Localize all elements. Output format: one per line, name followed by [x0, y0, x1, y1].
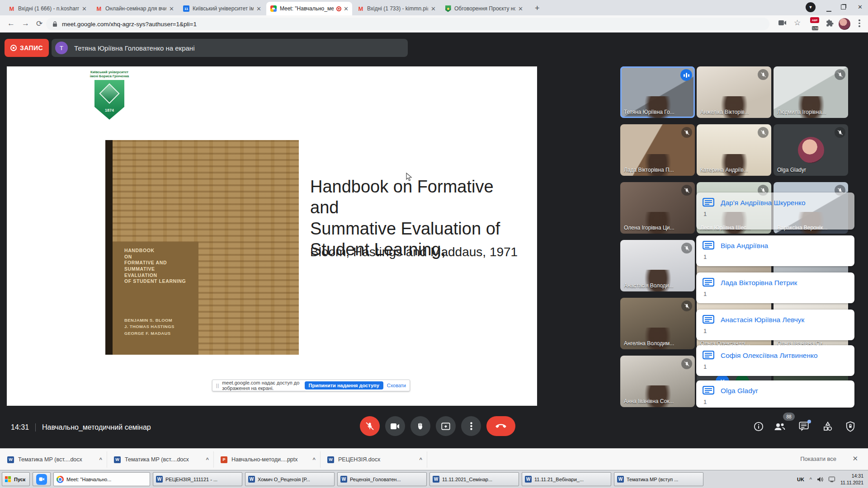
presenter-avatar: T: [55, 42, 68, 54]
taskbar-clock[interactable]: 14:31 11.11.2021: [840, 473, 863, 485]
taskbar-item-word[interactable]: W Рецензія_Головатен...: [337, 472, 427, 486]
presenting-banner: T Тетяна Юріївна Головатенко на екрані: [52, 39, 408, 57]
extensions-puzzle-icon[interactable]: [826, 19, 834, 27]
back-button[interactable]: ←: [7, 19, 15, 28]
chevron-down-icon[interactable]: ▼: [806, 2, 816, 12]
more-options-button[interactable]: [461, 416, 481, 436]
raise-hand-button[interactable]: [410, 416, 430, 436]
chat-notification[interactable]: Анастасія Юріївна Левчук 1: [696, 310, 854, 340]
hide-share-bar-link[interactable]: Сховати: [387, 383, 406, 388]
recording-indicator-icon: [336, 6, 341, 11]
word-icon: W: [248, 476, 255, 483]
hand-icon: [416, 422, 425, 430]
taskbar-item-word[interactable]: W Тематика МР (вступ ...: [614, 472, 703, 486]
taskbar-item-chrome-meet[interactable]: Meet: "Навчально...: [53, 472, 150, 486]
tab-close-icon[interactable]: ✕: [169, 6, 174, 12]
taskbar-item-word[interactable]: W 11.11.21_Вебінари_...: [522, 472, 611, 486]
end-call-button[interactable]: [486, 416, 515, 436]
chat-notification[interactable]: Лада Вікторівна Петрик 1: [696, 272, 854, 303]
word-icon: W: [340, 476, 347, 483]
shield-lock-icon: [845, 421, 855, 432]
display-icon[interactable]: [829, 477, 835, 482]
taskbar: Пуск Meet: "Навчально... W РЕЦЕНЗІЯ_1111…: [0, 470, 868, 488]
speaker-icon[interactable]: [817, 477, 823, 482]
participant-tile[interactable]: Тетяна Юріївна Го...: [620, 66, 695, 118]
show-all-downloads-link[interactable]: Показати все: [800, 455, 836, 462]
participant-tile[interactable]: Олена Ігорівна Ци...: [620, 182, 695, 234]
participant-tile[interactable]: Ангеліна Володим...: [620, 298, 695, 349]
tab-document[interactable]: Обговорення Проєкту нової редак ✕: [441, 2, 527, 15]
url-text: meet.google.com/xhq-agrz-sys?authuser=1&…: [62, 21, 197, 28]
language-indicator[interactable]: UK: [797, 477, 804, 482]
download-item[interactable]: W РЕЦЕНЗІЯ.docx ^: [322, 451, 427, 468]
download-item[interactable]: P Навчально-методи....pptx ^: [215, 451, 321, 468]
tab-gmail-2[interactable]: M Онлайн-семінар для вчителів іноз ✕: [92, 2, 178, 15]
forward-button[interactable]: →: [22, 19, 29, 28]
participant-tile[interactable]: Olga Gladyr: [774, 124, 848, 176]
participant-tile[interactable]: Катерина Андріїв...: [697, 124, 771, 176]
taskbar-item-word[interactable]: W Хомич О_Рецензія [Р...: [245, 472, 335, 486]
tab-close-icon[interactable]: ✕: [344, 6, 349, 12]
chat-notification[interactable]: Olga Gladyr 1: [696, 380, 854, 408]
download-item-menu-chevron[interactable]: ^: [420, 457, 422, 462]
presenting-banner-text: Тетяна Юріївна Головатенко на екрані: [74, 44, 194, 52]
mic-off-icon: [758, 127, 769, 138]
browser-menu-kebab-icon[interactable]: [859, 19, 860, 28]
activities-shapes-icon: [822, 421, 833, 432]
close-shelf-icon[interactable]: ✕: [852, 455, 858, 463]
mouse-cursor: [406, 173, 412, 182]
chat-notification[interactable]: Дар'я Андріївна Шкуренко 1: [696, 192, 854, 230]
address-bar[interactable]: meet.google.com/xhq-agrz-sys?authuser=1&…: [46, 18, 769, 30]
participant-tile[interactable]: Анастасія Володи...: [620, 240, 695, 291]
tab-close-icon[interactable]: ✕: [431, 6, 436, 12]
participant-tile[interactable]: Людмила Ігорівна...: [774, 66, 848, 118]
calendar-icon: 11: [183, 5, 190, 12]
mic-toggle-button[interactable]: [360, 416, 380, 436]
start-button[interactable]: Пуск: [2, 472, 30, 486]
tab-meet-active[interactable]: Meet: "Навчально_методични ✕: [266, 2, 352, 15]
download-item[interactable]: W Тематика МР (вст....docx ^: [108, 451, 214, 468]
download-item-menu-chevron[interactable]: ^: [99, 457, 102, 462]
tab-close-icon[interactable]: ✕: [256, 6, 261, 12]
taskbar-item-word[interactable]: W 11.11.2021_Семінар...: [429, 472, 519, 486]
taskbar-item-word[interactable]: W РЕЦЕНЗІЯ_111121 - ...: [153, 472, 242, 486]
download-item-menu-chevron[interactable]: ^: [206, 457, 209, 462]
download-item[interactable]: W Тематика МР (вст....docx ^: [2, 451, 107, 468]
system-tray: UK ^ 14:31 11.11.2021: [797, 470, 868, 488]
tray-expand-chevron[interactable]: ^: [810, 477, 812, 482]
participants-button[interactable]: [774, 421, 786, 432]
present-screen-button[interactable]: [436, 416, 456, 436]
camera-indicator-icon[interactable]: [778, 20, 787, 26]
share-message: meet.google.com надає доступ до зображен…: [222, 380, 301, 391]
mic-off-icon: [758, 69, 769, 80]
bookmark-star-icon[interactable]: ☆: [794, 18, 801, 28]
chat-panel-button[interactable]: [798, 421, 810, 432]
tab-gmail-3[interactable]: M Вхідні (1 733) - kimmn.pi@kubg.ed ✕: [354, 2, 439, 15]
tab-close-icon[interactable]: ✕: [82, 6, 87, 12]
chat-notification[interactable]: Віра Андріївна 1: [696, 235, 854, 266]
participant-tile[interactable]: Анна Іванівна Сок...: [620, 356, 695, 407]
participant-tile[interactable]: Лада Вікторівна П...: [620, 124, 695, 176]
tab-gmail-1[interactable]: M Вхідні (1 666) - n.kosharna@kubg.e ✕: [5, 2, 90, 15]
new-tab-button[interactable]: +: [535, 4, 540, 13]
window-maximize-button[interactable]: [841, 4, 846, 11]
window-minimize-button[interactable]: [826, 6, 831, 13]
host-controls-button[interactable]: [844, 421, 856, 432]
window-close-button[interactable]: ✕: [858, 4, 863, 10]
stop-sharing-button[interactable]: Припинити надання доступу: [305, 381, 383, 389]
browser-profile-avatar[interactable]: [839, 18, 850, 30]
adblock-extension-icon[interactable]: ABP 128: [810, 17, 820, 31]
activities-button[interactable]: [822, 421, 834, 432]
tab-calendar[interactable]: 11 Київський університет імені Борис ✕: [179, 2, 265, 15]
word-file-icon: W: [114, 456, 121, 463]
camera-toggle-button[interactable]: [385, 416, 405, 436]
drag-handle[interactable]: ||: [216, 383, 219, 388]
chat-notification[interactable]: Софія Олексіївна Литвиненко 1: [696, 345, 854, 376]
download-item-menu-chevron[interactable]: ^: [313, 457, 316, 462]
meeting-details-button[interactable]: [753, 421, 764, 432]
padlock-icon: [52, 21, 57, 27]
reload-button[interactable]: ⟳: [36, 19, 42, 28]
tab-close-icon[interactable]: ✕: [518, 6, 523, 12]
taskbar-item-zoom[interactable]: [33, 472, 51, 486]
participant-tile[interactable]: Анжеліка Вікторів...: [697, 66, 771, 118]
